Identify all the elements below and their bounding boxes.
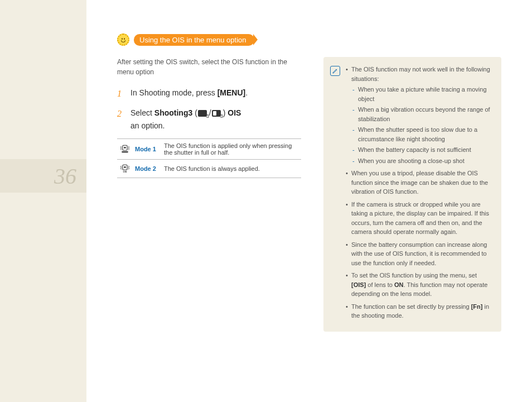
n4-on: ON: [394, 281, 404, 288]
note-content: The OIS function may not work well in th…: [346, 65, 492, 324]
mode2-label: Mode 2: [133, 160, 162, 178]
svg-text:OIS: OIS: [123, 170, 127, 173]
step-2: Select Shooting3 (3/3) OIS an option.: [117, 107, 301, 132]
left-column: After setting the OIS switch, select the…: [117, 57, 301, 332]
step2-pre: Select: [130, 108, 154, 117]
n4-mid: of lens to: [366, 281, 394, 288]
note0-text: The OIS function may not work well in th…: [351, 66, 490, 82]
note-item-1: When you use a tripod, please disable th…: [346, 169, 492, 197]
note-sub-3: When the battery capacity is not suffici…: [351, 145, 492, 155]
step2-line2: an option.: [130, 121, 165, 130]
step2-paren-close: ): [223, 108, 228, 117]
step1-pre: In Shooting mode, press: [130, 88, 217, 97]
section-heading: Using the OIS in the menu option: [134, 34, 254, 46]
svg-point-1: [124, 147, 125, 149]
menu-key-label: [MENU]: [217, 88, 246, 97]
n4-ois: [OIS]: [351, 281, 366, 288]
mode1-label: Mode 1: [133, 139, 162, 160]
note-icon: [330, 66, 340, 76]
ois-mode1-icon-cell: [117, 139, 133, 160]
table-row: OIS Mode 2 The OIS function is always ap…: [117, 160, 301, 178]
note-item-2: If the camera is struck or dropped while…: [346, 200, 492, 237]
mode1-desc: The OIS function is applied only when pr…: [162, 139, 301, 160]
step1-post: .: [245, 88, 248, 97]
ois-mode2-icon: OIS: [119, 163, 130, 173]
note-item-5: The function can be set directly by pres…: [346, 302, 492, 320]
n4-pre: To set the OIS function by using the men…: [351, 272, 477, 279]
note-item-3: Since the battery consumption can increa…: [346, 240, 492, 268]
steps-list: In Shooting mode, press [MENU]. Select S…: [117, 87, 301, 132]
svg-point-4: [124, 166, 125, 168]
svg-rect-2: [122, 151, 128, 152]
ois-mode2-icon-cell: OIS: [117, 160, 133, 178]
modes-table: Mode 1 The OIS function is applied only …: [117, 138, 301, 178]
step2-paren-open: (: [192, 108, 197, 117]
smile-icon: [117, 34, 129, 46]
n5-pre: The function can be set directly by pres…: [351, 303, 471, 310]
ois-mode1-icon: [119, 143, 130, 154]
page-number-tab: 36: [0, 159, 86, 193]
step2-ois: OIS: [228, 108, 241, 117]
right-column: The OIS function may not work well in th…: [323, 57, 501, 332]
note-sub-list: When you take a picture while tracing a …: [351, 85, 492, 165]
note-item-4: To set the OIS function by using the men…: [346, 271, 492, 299]
note-sub-1: When a big vibration occurs beyond the r…: [351, 105, 492, 123]
step-1: In Shooting mode, press [MENU].: [117, 87, 301, 100]
intro-text: After setting the OIS switch, select the…: [117, 57, 301, 77]
page-content: Using the OIS in the menu option After s…: [86, 0, 532, 402]
page-number: 36: [54, 163, 76, 189]
camera-icon: [198, 110, 207, 117]
note-sub-0: When you take a picture while tracing a …: [351, 85, 492, 103]
note-sub-2: When the shutter speed is too slow due t…: [351, 125, 492, 143]
n5-fn: [Fn]: [471, 303, 483, 310]
section-heading-row: Using the OIS in the menu option: [117, 34, 501, 46]
slash: /: [209, 108, 211, 117]
note-box: The OIS function may not work well in th…: [323, 57, 501, 332]
step2-shooting3: Shooting3: [154, 108, 192, 117]
note-sub-4: When you are shooting a close-up shot: [351, 156, 492, 166]
table-row: Mode 1 The OIS function is applied only …: [117, 139, 301, 160]
note-item-0: The OIS function may not work well in th…: [346, 65, 492, 165]
mode2-desc: The OIS function is always applied.: [162, 160, 301, 178]
video-icon: [212, 110, 221, 117]
